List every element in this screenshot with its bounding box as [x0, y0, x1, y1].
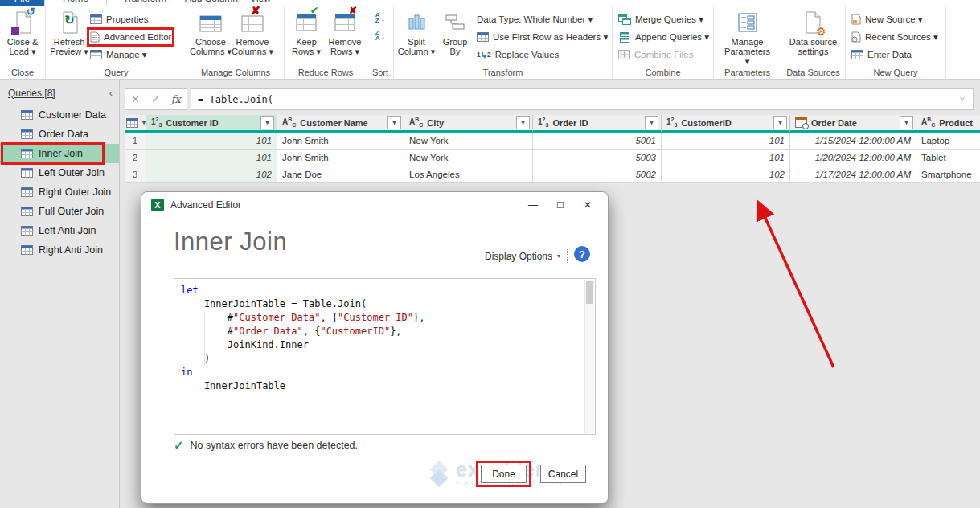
tab-file[interactable]: File — [0, 0, 44, 6]
column-label: CustomerID — [681, 118, 731, 128]
commit-formula-icon[interactable]: ✓ — [151, 93, 160, 105]
cell[interactable]: 101 — [146, 133, 277, 150]
sort-descending-button[interactable]: ZA↓ — [375, 30, 385, 41]
recent-sources-button[interactable]: Recent Sources ▾ — [851, 31, 938, 43]
advanced-editor-button[interactable]: Advanced Editor — [90, 31, 171, 43]
cancel-button[interactable]: Cancel — [540, 465, 586, 483]
tab-view[interactable]: View — [244, 0, 277, 6]
filter-dropdown-icon[interactable]: ▾ — [900, 116, 913, 129]
cell[interactable]: Los Angeles — [404, 166, 533, 183]
tab-transform[interactable]: Transform — [113, 0, 177, 6]
sidebar-item-left-outer-join[interactable]: Left Outer Join — [0, 163, 119, 182]
split-column-icon — [407, 10, 426, 35]
cell[interactable]: 101 — [662, 150, 790, 166]
cell[interactable]: New York — [404, 133, 533, 150]
cell[interactable]: 1/17/2024 12:00:00 AM — [790, 166, 916, 183]
data-source-settings-button[interactable]: ⚙ Data source settings — [789, 9, 839, 56]
tab-add-column[interactable]: Add Column — [177, 0, 246, 6]
cell[interactable]: Tablet — [916, 150, 980, 166]
cell[interactable]: Laptop — [916, 133, 980, 150]
column-header-customer-id[interactable]: 123Customer ID▾ — [146, 115, 277, 133]
cell[interactable]: 102 — [146, 166, 277, 183]
filter-dropdown-icon[interactable]: ▾ — [645, 116, 658, 129]
filter-dropdown-icon[interactable]: ▾ — [260, 116, 274, 129]
append-queries-button[interactable]: Append Queries ▾ — [618, 31, 709, 43]
minimize-icon[interactable]: — — [519, 193, 547, 217]
column-header-city[interactable]: ABCCity▾ — [404, 115, 533, 133]
cell[interactable]: 5003 — [533, 150, 662, 166]
split-column-button[interactable]: Split Column ▾ — [396, 9, 437, 61]
expand-formula-bar-icon[interactable]: ˅ — [960, 94, 965, 104]
filter-dropdown-icon[interactable]: ▾ — [773, 116, 787, 129]
row-number[interactable]: 3 — [125, 166, 146, 183]
sidebar-item-left-anti-join[interactable]: Left Anti Join — [0, 221, 119, 240]
code-editor[interactable]: let InnerJoinTable = Table.Join( #"Custo… — [174, 278, 596, 435]
manage-icon — [90, 50, 102, 59]
done-button[interactable]: Done — [481, 465, 527, 483]
cell[interactable]: 1/20/2024 12:00:00 AM — [790, 150, 916, 166]
manage-parameters-button[interactable]: Manage Parameters ▾ — [723, 9, 773, 66]
use-first-row-as-headers-button[interactable]: Use First Row as Headers ▾ — [477, 31, 608, 43]
close-icon[interactable]: ✕ — [574, 193, 601, 217]
scrollbar-thumb[interactable] — [586, 281, 593, 304]
enter-data-button[interactable]: Enter Data — [851, 48, 938, 61]
properties-button[interactable]: Properties — [90, 13, 171, 26]
cell[interactable]: John Smith — [277, 133, 404, 150]
cell[interactable]: 5002 — [533, 166, 662, 183]
row-number[interactable]: 1 — [125, 133, 146, 150]
sidebar-item-full-outer-join[interactable]: Full Outer Join — [0, 202, 119, 221]
display-options-dropdown[interactable]: Display Options ▾ — [478, 248, 568, 264]
refresh-icon: ↻ — [60, 10, 78, 35]
sidebar-item-customer-data[interactable]: Customer Data — [0, 105, 119, 125]
collapse-pane-icon[interactable]: ‹ — [109, 87, 113, 99]
sidebar-item-right-outer-join[interactable]: Right Outer Join — [0, 182, 119, 202]
cell[interactable]: 1/15/2024 12:00:00 AM — [790, 133, 916, 150]
select-all-corner[interactable]: ▾ — [125, 115, 146, 133]
merge-queries-button[interactable]: Merge Queries ▾ — [618, 13, 709, 26]
formula-text: = Table.Join( — [198, 94, 273, 105]
cancel-formula-icon[interactable]: ✕ — [131, 93, 140, 105]
sidebar-item-right-anti-join[interactable]: Right Anti Join — [0, 240, 119, 260]
row-number[interactable]: 2 — [125, 150, 146, 166]
column-header-product[interactable]: ABCProduct▾ — [916, 115, 980, 133]
sidebar-item-inner-join[interactable]: Inner Join — [0, 144, 119, 163]
data-source-settings-label: Data source settings — [789, 37, 839, 56]
maximize-icon[interactable]: ☐ — [547, 193, 574, 217]
replace-values-button[interactable]: 1↳2 Replace Values — [477, 48, 608, 61]
cell[interactable]: John Smith — [277, 150, 404, 166]
sort-ascending-button[interactable]: AZ↓ — [375, 12, 385, 23]
column-header-order-id[interactable]: 123Order ID▾ — [533, 115, 662, 133]
ribbon-group-parameters: Manage Parameters ▾ Parameters — [714, 6, 781, 79]
cell[interactable]: 101 — [146, 150, 277, 166]
remove-columns-button[interactable]: ✘ Remove Columns ▾ — [232, 9, 273, 56]
refresh-preview-button[interactable]: ↻ Refresh Preview ▾ — [48, 9, 90, 61]
group-by-button[interactable]: Group By — [437, 9, 474, 61]
help-icon[interactable]: ? — [574, 246, 590, 262]
ribbon-group-transform: Split Column ▾ Group By Data Type: Whole… — [394, 6, 613, 79]
column-header-customerid[interactable]: 123CustomerID▾ — [662, 115, 790, 133]
cell[interactable]: 102 — [662, 166, 790, 183]
formula-input[interactable]: = Table.Join( ˅ — [191, 88, 974, 110]
combine-files-button[interactable]: Combine Files — [618, 48, 709, 61]
filter-dropdown-icon[interactable]: ▾ — [387, 116, 401, 129]
sidebar-item-order-data[interactable]: Order Data — [0, 125, 119, 144]
cell[interactable]: Smartphone — [916, 166, 980, 183]
cell[interactable]: 5001 — [533, 133, 662, 150]
new-source-button[interactable]: New Source ▾ — [851, 13, 938, 26]
cell[interactable]: 101 — [662, 133, 790, 150]
merge-queries-label: Merge Queries ▾ — [635, 14, 703, 25]
cell[interactable]: New York — [404, 150, 533, 166]
choose-columns-button[interactable]: Choose Columns ▾ — [190, 9, 232, 56]
manage-button[interactable]: Manage ▾ — [90, 48, 171, 61]
column-header-order-date[interactable]: Order Date▾ — [790, 115, 916, 133]
keep-rows-button[interactable]: ✔ Keep Rows ▾ — [287, 9, 326, 56]
cell[interactable]: Jane Doe — [277, 166, 404, 183]
code-scrollbar[interactable] — [584, 280, 594, 433]
close-and-load-button[interactable]: ↺ Close & Load ▾ — [2, 9, 43, 56]
column-header-customer-name[interactable]: ABCCustomer Name▾ — [277, 115, 404, 133]
data-type-button[interactable]: Data Type: Whole Number ▾ — [477, 13, 608, 26]
remove-rows-button[interactable]: ✘ Remove Rows ▾ — [326, 9, 364, 56]
dialog-heading: Inner Join — [174, 227, 287, 256]
tab-home[interactable]: Home — [44, 0, 107, 6]
filter-dropdown-icon[interactable]: ▾ — [516, 116, 530, 129]
